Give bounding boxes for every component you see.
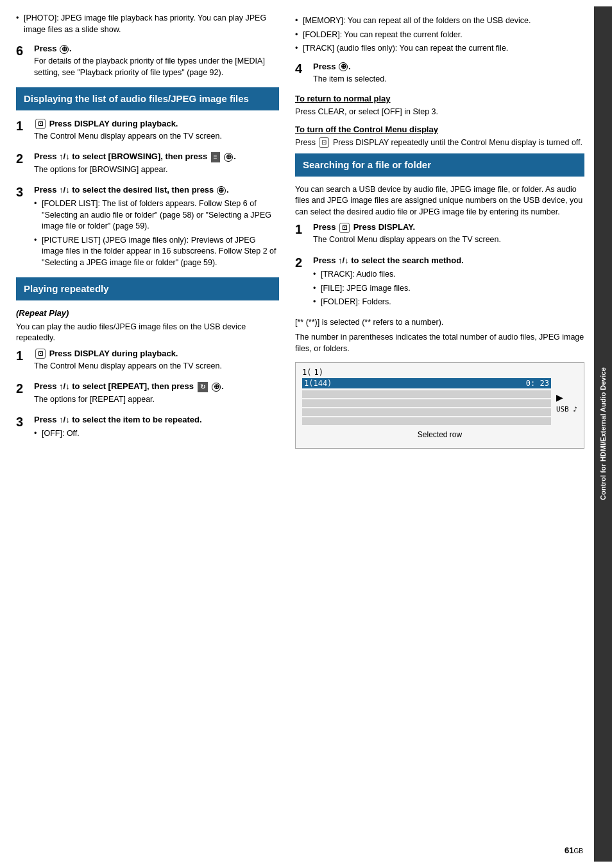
subsection-2-body-text: Press DISPLAY repeatedly until the Contr… <box>333 138 582 147</box>
usb-row1-num: 1) <box>314 368 323 377</box>
repeat-bullet-3: [TRACK] (audio files only): You can repe… <box>295 43 584 55</box>
step-6: 6 Press ⊕. For details of the playback p… <box>16 43 279 81</box>
step-6-content: Press ⊕. For details of the playback pri… <box>34 43 279 81</box>
step-6-number: 6 <box>16 43 30 58</box>
search-note-2: The number in parentheses indicates the … <box>295 332 584 354</box>
search-bullet-3: [FOLDER]: Folders. <box>313 297 584 308</box>
step-4-title-text: Press <box>313 62 336 71</box>
step-4: 4 Press ⊕. The item is selected. <box>295 61 584 88</box>
step-4-content: Press ⊕. The item is selected. <box>313 61 584 88</box>
usb-label: USB ♪ <box>556 405 577 413</box>
step-3-s1-title: Press ↑/↓ to select the desired list, th… <box>34 184 279 196</box>
step-2-s1-icon: ⊕ <box>224 153 233 162</box>
step-3-s1-bullet-2: [PICTURE LIST] (JPEG image files only): … <box>34 235 279 269</box>
usb-row1-left: 1( <box>302 368 311 377</box>
usb-left-col: 1( 1) 1(144) 0: 23 <box>302 368 551 426</box>
step-2-s2-title-text: Press ↑/↓ to select [REPEAT], then press <box>34 381 194 391</box>
step-2-s1-title: Press ↑/↓ to select [BROWSING], then pre… <box>34 151 279 162</box>
step-1-s1-content: ⊡ Press DISPLAY during playback. The Con… <box>34 118 279 145</box>
step-3-s2-title: Press ↑/↓ to select the item to be repea… <box>34 414 279 426</box>
usb-display-inner: 1( 1) 1(144) 0: 23 <box>296 363 584 448</box>
step-4-number: 4 <box>295 61 309 76</box>
subsection-1-body: Press CLEAR, or select [OFF] in Step 3. <box>295 107 584 118</box>
step-2-s2-content: Press ↑/↓ to select [REPEAT], then press… <box>34 381 279 408</box>
step-2-s1-content: Press ↑/↓ to select [BROWSING], then pre… <box>34 151 279 178</box>
step-6-title: Press ⊕. <box>34 43 279 55</box>
press-display-icon-s1: ⊡ <box>35 119 46 129</box>
step-1-s2-title-text: Press DISPLAY during playback. <box>49 349 178 358</box>
step-3-s2-content: Press ↑/↓ to select the item to be repea… <box>34 414 279 442</box>
step-4-title: Press ⊕. <box>313 61 584 73</box>
usb-empty-row-3 <box>302 408 551 416</box>
repeat-intro: You can play the audio files/JPEG image … <box>16 322 279 344</box>
usb-caption: Selected row <box>302 428 577 443</box>
step-2-s3-bullets: [TRACK]: Audio files. [FILE]: JPEG image… <box>313 269 584 308</box>
step-2-s3-number: 2 <box>295 255 309 270</box>
display-icon-s3-1: ⊡ <box>339 223 350 233</box>
usb-row-container: 1( 1) 1(144) 0: 23 <box>302 368 577 426</box>
search-intro: You can search a USB device by audio fil… <box>295 184 584 218</box>
step-6-icon: ⊕ <box>60 45 69 54</box>
step-1-s2-number: 1 <box>16 348 30 363</box>
section-2-header: Playing repeatedly <box>16 277 279 300</box>
usb-row2-left: 1(144) <box>304 379 332 388</box>
left-column: [PHOTO]: JPEG image file playback has pr… <box>6 6 289 862</box>
step-1-s1-number: 1 <box>16 118 30 134</box>
step-2-s2-icon: ⊕ <box>212 383 221 392</box>
main-content: [PHOTO]: JPEG image file playback has pr… <box>0 0 612 868</box>
step-1-s3-desc: The Control Menu display appears on the … <box>313 234 584 246</box>
step-3-s1-content: Press ↑/↓ to select the desired list, th… <box>34 184 279 271</box>
step-6-desc: For details of the playback priority of … <box>34 56 279 78</box>
repeat-bullet-2: [FOLDER]: You can repeat the current fol… <box>295 30 584 41</box>
step-1-s2-content: ⊡ Press DISPLAY during playback. The Con… <box>34 348 279 375</box>
step-1-s1-title: ⊡ Press DISPLAY during playback. <box>34 118 279 130</box>
step-1-s1-title-text: Press DISPLAY during playback. <box>49 119 178 128</box>
step-1-s3-title: Press ⊡ Press DISPLAY. <box>313 221 584 233</box>
usb-row-top: 1( 1) <box>302 368 551 377</box>
step-1-s3: 1 Press ⊡ Press DISPLAY. The Control Men… <box>295 221 584 248</box>
usb-empty-row-1 <box>302 390 551 398</box>
step-2-s2: 2 Press ↑/↓ to select [REPEAT], then pre… <box>16 381 279 408</box>
usb-arrow: ▶ <box>556 392 563 403</box>
step-3-s2-bullet-1: [OFF]: Off. <box>34 428 279 440</box>
step-3-s1: 3 Press ↑/↓ to select the desired list, … <box>16 184 279 271</box>
page-suffix: GB <box>574 847 583 855</box>
step-4-icon: ⊕ <box>339 62 348 71</box>
step-2-s3: 2 Press ↑/↓ to select the search method.… <box>295 255 584 311</box>
right-column: [MEMORY]: You can repeat all of the fold… <box>289 6 594 862</box>
step-6-title-text: Press <box>34 44 56 53</box>
step-3-s2: 3 Press ↑/↓ to select the item to be rep… <box>16 414 279 442</box>
step-4-desc: The item is selected. <box>313 74 584 85</box>
search-bullet-2: [FILE]: JPEG image files. <box>313 283 584 295</box>
usb-empty-rows <box>302 390 551 425</box>
step-2-s3-content: Press ↑/↓ to select the search method. [… <box>313 255 584 311</box>
step-1-s2-title: ⊡ Press DISPLAY during playback. <box>34 348 279 360</box>
section-3-header: Searching for a file or folder <box>295 153 584 177</box>
usb-right-col: ▶ USB ♪ <box>556 381 577 413</box>
step-1-s3-title-text: Press DISPLAY. <box>353 222 415 232</box>
section-1-header: Displaying the list of audio files/JPEG … <box>16 87 279 110</box>
side-tab-label: Control for HDMI/External Audio Device <box>599 368 607 501</box>
repeat-icon: ↻ <box>198 382 208 392</box>
step-3-s1-number: 3 <box>16 184 30 200</box>
intro-bullets: [PHOTO]: JPEG image file playback has pr… <box>16 13 279 35</box>
step-1-s1: 1 ⊡ Press DISPLAY during playback. The C… <box>16 118 279 145</box>
page-number-value: 61 <box>565 846 574 855</box>
usb-row2-time: 0: 23 <box>526 379 549 388</box>
step-3-s1-bullets: [FOLDER LIST]: The list of folders appea… <box>34 198 279 268</box>
repeat-play-subtitle: (Repeat Play) <box>16 308 279 318</box>
usb-display: 1( 1) 1(144) 0: 23 <box>295 362 584 449</box>
step-3-s1-bullet-1: [FOLDER LIST]: The list of folders appea… <box>34 198 279 232</box>
repeat-bullet-1: [MEMORY]: You can repeat all of the fold… <box>295 15 584 27</box>
intro-bullet-1: [PHOTO]: JPEG image file playback has pr… <box>16 13 279 35</box>
step-2-s3-title: Press ↑/↓ to select the search method. <box>313 255 584 266</box>
step-1-s3-number: 1 <box>295 221 309 237</box>
step-2-s2-number: 2 <box>16 381 30 396</box>
step-2-s1-desc: The options for [BROWSING] appear. <box>34 164 279 176</box>
usb-empty-row-2 <box>302 399 551 407</box>
usb-row-selected: 1(144) 0: 23 <box>302 378 551 388</box>
step-3-s1-title-text: Press ↑/↓ to select the desired list, th… <box>34 185 214 195</box>
step-3-s1-icon: ⊕ <box>217 186 226 195</box>
step-2-s2-title: Press ↑/↓ to select [REPEAT], then press… <box>34 381 279 392</box>
page-container: [PHOTO]: JPEG image file playback has pr… <box>0 0 612 868</box>
